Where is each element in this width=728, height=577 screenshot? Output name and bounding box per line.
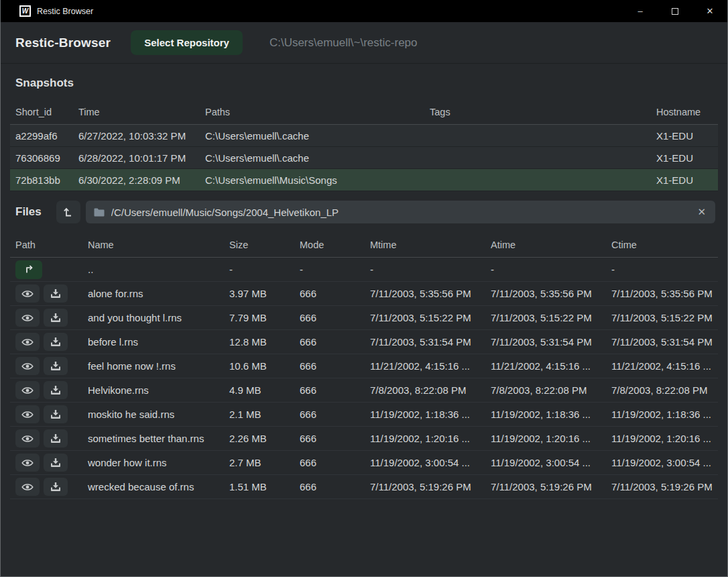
file-size: 2.7 MB <box>224 457 294 468</box>
download-file-button[interactable] <box>44 357 68 375</box>
snap-col-hostname: Hostname <box>651 107 718 117</box>
preview-file-button[interactable] <box>15 478 40 496</box>
file-row[interactable]: moskito he said.rns 2.1 MB 666 11/19/200… <box>10 403 718 427</box>
file-size: 4.9 MB <box>224 384 294 396</box>
download-file-button[interactable] <box>44 381 68 399</box>
eye-icon <box>21 458 34 468</box>
file-mode: 666 <box>294 312 365 323</box>
file-size: 7.79 MB <box>224 312 294 323</box>
file-mtime: 7/11/2003, 5:31:54 PM <box>365 336 485 348</box>
file-row[interactable]: and you thought l.rns 7.79 MB 666 7/11/2… <box>10 306 718 330</box>
file-name: wonder how it.rns <box>82 457 224 468</box>
file-ctime: 11/19/2002, 3:00:54 ... <box>606 457 718 468</box>
file-atime: - <box>485 264 606 275</box>
file-ctime: 7/11/2003, 5:31:54 PM <box>606 336 718 348</box>
file-ctime: 7/11/2003, 5:19:26 PM <box>606 481 718 492</box>
snapshot-hostname: X1-EDU <box>651 152 718 164</box>
snapshot-row[interactable]: 76306869 6/28/2022, 10:01:17 PM C:\Users… <box>10 147 718 169</box>
file-size: 2.1 MB <box>224 409 294 420</box>
titlebar: W Restic Browser – ✕ <box>1 0 727 22</box>
file-atime: 7/11/2003, 5:19:26 PM <box>485 481 606 492</box>
file-row[interactable]: wrecked because of.rns 1.51 MB 666 7/11/… <box>10 475 718 499</box>
file-mtime: 7/11/2003, 5:35:56 PM <box>365 288 485 299</box>
file-mtime: 7/11/2003, 5:19:26 PM <box>365 481 485 492</box>
file-col-size: Size <box>224 240 294 250</box>
level-up-button[interactable] <box>56 201 80 223</box>
file-row[interactable]: Helvikone.rns 4.9 MB 666 7/8/2003, 8:22:… <box>10 378 718 403</box>
file-mode: 666 <box>294 288 365 299</box>
minimize-button[interactable]: – <box>623 0 658 22</box>
snapshot-paths: C:\Users\emuell\.cache <box>200 152 424 164</box>
download-file-button[interactable] <box>44 454 68 472</box>
toolbar: Restic-Browser Select Repository C:\User… <box>1 22 727 64</box>
preview-file-button[interactable] <box>15 405 40 423</box>
go-parent-button[interactable] <box>15 260 42 279</box>
file-atime: 11/19/2002, 1:20:16 ... <box>485 433 606 444</box>
file-col-path: Path <box>10 240 82 250</box>
file-ctime: 11/21/2002, 4:15:16 ... <box>606 360 718 372</box>
snapshot-time: 6/27/2022, 10:03:32 PM <box>73 130 200 142</box>
file-mode: 666 <box>294 481 365 492</box>
snapshot-row[interactable]: 72b813bb 6/30/2022, 2:28:09 PM C:\Users\… <box>10 169 718 191</box>
file-size: 1.51 MB <box>224 481 294 492</box>
files-heading: Files <box>15 205 42 219</box>
file-mtime: 7/11/2003, 5:15:22 PM <box>365 312 485 323</box>
app-window: W Restic Browser – ✕ Restic-Browser Sele… <box>0 0 728 577</box>
preview-file-button[interactable] <box>15 333 40 351</box>
eye-icon <box>21 434 34 443</box>
download-file-button[interactable] <box>44 309 68 327</box>
snapshot-hostname: X1-EDU <box>651 174 718 186</box>
file-col-ctime: Ctime <box>606 240 718 250</box>
file-name: alone for.rns <box>82 288 224 299</box>
file-mtime: 11/19/2002, 3:00:54 ... <box>365 457 485 468</box>
current-path-box: ✕ <box>86 201 715 223</box>
preview-file-button[interactable] <box>15 309 40 327</box>
file-row[interactable]: alone for.rns 3.97 MB 666 7/11/2003, 5:3… <box>10 282 718 306</box>
preview-file-button[interactable] <box>15 454 40 472</box>
file-atime: 7/8/2003, 8:22:08 PM <box>485 384 606 396</box>
download-file-button[interactable] <box>44 284 68 303</box>
eye-icon <box>21 313 34 323</box>
file-mode: 666 <box>294 336 365 348</box>
select-repository-button[interactable]: Select Repository <box>131 30 243 55</box>
download-file-button[interactable] <box>44 478 68 496</box>
close-button[interactable]: ✕ <box>692 0 727 22</box>
preview-file-button[interactable] <box>15 381 40 399</box>
file-mtime: 11/21/2002, 4:15:16 ... <box>365 360 485 372</box>
file-row[interactable]: sometimes better than.rns 2.26 MB 666 11… <box>10 427 718 451</box>
file-size: 3.97 MB <box>224 288 294 299</box>
download-file-button[interactable] <box>44 429 68 448</box>
file-atime: 11/19/2002, 3:00:54 ... <box>485 457 606 468</box>
file-mtime: 11/19/2002, 1:20:16 ... <box>365 433 485 444</box>
preview-file-button[interactable] <box>15 284 40 303</box>
snapshot-row[interactable]: a2299af6 6/27/2022, 10:03:32 PM C:\Users… <box>10 125 718 147</box>
snapshot-time: 6/28/2022, 10:01:17 PM <box>73 152 200 164</box>
download-file-button[interactable] <box>44 333 68 351</box>
maximize-button[interactable] <box>658 0 692 22</box>
file-row[interactable]: before l.rns 12.8 MB 666 7/11/2003, 5:31… <box>10 330 718 354</box>
file-mode: - <box>294 264 365 275</box>
app-title: Restic-Browser <box>15 36 111 50</box>
download-icon <box>50 458 61 468</box>
file-mtime: 7/8/2003, 8:22:08 PM <box>365 384 485 396</box>
file-name: before l.rns <box>82 336 224 348</box>
file-name: sometimes better than.rns <box>82 433 224 444</box>
preview-file-button[interactable] <box>15 429 40 448</box>
file-name: and you thought l.rns <box>82 312 224 323</box>
path-input[interactable] <box>111 207 696 218</box>
file-mode: 666 <box>294 360 365 372</box>
parent-dir-row[interactable]: .. - - - - - <box>10 258 718 282</box>
file-row[interactable]: feel home now !.rns 10.6 MB 666 11/21/20… <box>10 354 718 378</box>
file-name: moskito he said.rns <box>82 409 224 420</box>
snap-col-time: Time <box>73 107 200 117</box>
snapshots-heading: Snapshots <box>1 64 727 99</box>
snapshot-paths: C:\Users\emuell\.cache <box>200 130 424 142</box>
snapshot-hostname: X1-EDU <box>651 130 718 142</box>
clear-path-button[interactable]: ✕ <box>696 206 707 218</box>
file-row[interactable]: wonder how it.rns 2.7 MB 666 11/19/2002,… <box>10 451 718 475</box>
file-name: Helvikone.rns <box>82 384 224 396</box>
preview-file-button[interactable] <box>15 357 40 375</box>
download-file-button[interactable] <box>44 405 68 423</box>
download-icon <box>50 361 61 371</box>
file-ctime: - <box>606 264 718 275</box>
